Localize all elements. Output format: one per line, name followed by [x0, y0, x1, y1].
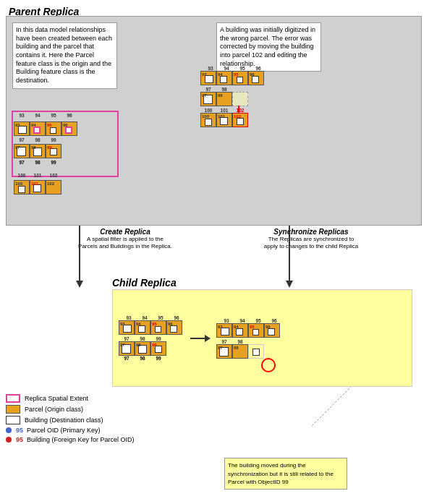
parcel-num-96: 96	[61, 113, 77, 118]
label-97: 97	[14, 160, 30, 165]
r-parcel-94: 94	[216, 71, 232, 85]
parcel-num-99: 99	[46, 137, 61, 142]
label-98: 98	[30, 160, 46, 165]
parcel-93: 93	[14, 121, 30, 136]
child-grid-right: 93 94 95 96 93 94 95 96 97 98 -- 97 98	[216, 318, 282, 359]
r-parcel-96: 96	[248, 71, 264, 85]
label-99: 99	[46, 160, 61, 165]
r-parcel-93: 93	[200, 71, 216, 85]
parcel-97: 97	[14, 144, 30, 158]
parent-replica-box: In this data model relationships have be…	[6, 16, 422, 226]
r-parcel-95: 95	[232, 71, 248, 85]
parcel-95: 95	[46, 121, 61, 136]
arrows-section: Create Replica A spatial filter is appli…	[0, 228, 429, 278]
legend-building-label: Building (Destination class)	[25, 417, 103, 424]
legend-parcel: Parcel (Origin class)	[6, 405, 136, 414]
svg-marker-3	[286, 281, 293, 288]
r-parcel-99-dashed	[232, 92, 248, 106]
parcel-num-95: 95	[46, 113, 61, 118]
parcel-102: 102	[46, 180, 61, 195]
legend-spatial-extent: Replica Spatial Extent	[6, 394, 136, 403]
child-replica-area: 93 94 95 96 93 94 95 96 97 98 99 97 98 9…	[112, 289, 412, 387]
r-parcel-102: 102	[232, 113, 248, 127]
r-parcel-100: 100	[200, 113, 216, 127]
parcel-94: 94	[30, 121, 46, 136]
info-box-right: A building was initially digitized in th…	[216, 22, 321, 72]
create-replica-text: A spatial filter is applied to the Parce…	[78, 236, 172, 251]
child-replica-label: Child Replica	[112, 277, 177, 289]
svg-marker-1	[76, 281, 83, 288]
parcel-100: 100	[14, 180, 30, 195]
legend-parcel-label: Parcel (Origin class)	[25, 406, 83, 413]
parcel-99: 99	[46, 144, 61, 158]
r-parcel-97: 97	[200, 92, 216, 106]
parcel-num-93: 93	[14, 113, 30, 118]
legend-parcel-oid: 95 Parcel OID (Primary Key)	[6, 427, 136, 434]
main-container: Parent Replica In this data model relati…	[0, 0, 429, 504]
parcel-num-98: 98	[30, 137, 46, 142]
legend-parcel-oid-label: 95 Parcel OID (Primary Key)	[16, 427, 101, 434]
parcel-96: 96	[61, 121, 77, 136]
svg-line-6	[311, 383, 354, 427]
info-box-left: In this data model relationships have be…	[12, 22, 117, 89]
legend-spatial-extent-label: Replica Spatial Extent	[25, 395, 88, 402]
child-grid-left: 93 94 95 96 93 94 95 96 97 98 99 97 98 9…	[119, 315, 184, 361]
parcel-98: 98	[30, 144, 46, 158]
parcel-num-97: 97	[14, 137, 30, 142]
sync-replicas-text: The Replicas are synchronized to apply t…	[260, 236, 362, 251]
create-replica-title: Create Replica	[100, 228, 150, 236]
right-arrow-child	[190, 335, 211, 342]
red-circle-99	[261, 358, 276, 372]
legend-building-fk-label: 95 Building (Foreign Key for Parcel OID)	[16, 436, 135, 443]
parcel-101: 101	[30, 180, 46, 195]
parcel-num-100: 100	[14, 173, 30, 178]
sync-replicas-title: Synchronize Replicas	[273, 228, 348, 236]
parcel-num-101: 101	[30, 173, 46, 178]
parcel-num-94: 94	[30, 113, 46, 118]
legend: Replica Spatial Extent Parcel (Origin cl…	[6, 394, 136, 445]
bottom-info-box: The building moved during the synchroniz…	[224, 458, 347, 490]
parcel-num-102: 102	[46, 173, 61, 178]
r-parcel-98: 98	[216, 92, 232, 106]
legend-building-fk: 95 Building (Foreign Key for Parcel OID)	[6, 436, 136, 443]
r-parcel-101: 101	[216, 113, 232, 127]
legend-building: Building (Destination class)	[6, 416, 136, 424]
